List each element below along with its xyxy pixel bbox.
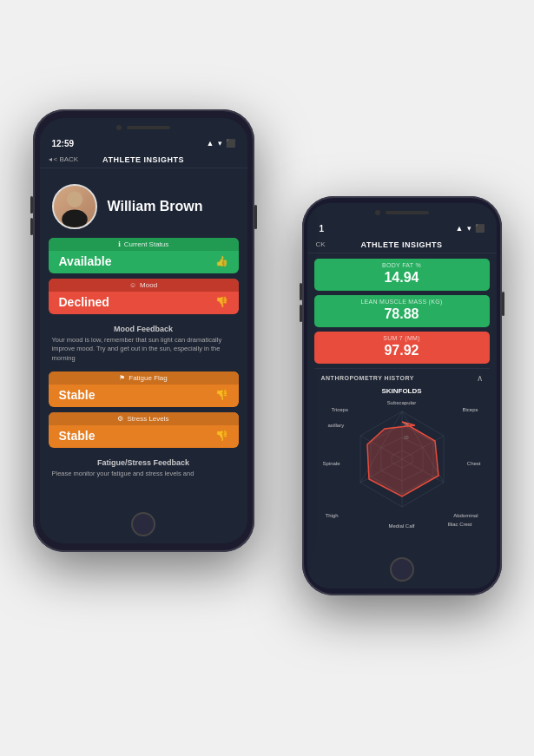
back-back-label: CK — [316, 240, 326, 248]
phone-camera — [116, 125, 122, 130]
back-volume-down-button — [300, 305, 302, 322]
back-nav-bar: CK ATHLETE INSIGHTS — [307, 237, 497, 253]
phone-top-bar — [40, 118, 247, 134]
thumbs-up-icon: 👍 — [215, 255, 228, 267]
fatigue-card: ⚑ Fatigue Flag Stable 👎 — [49, 371, 239, 407]
volume-up-button — [30, 196, 33, 214]
phone-front-screen: 12:59 ▲ ▾ ⬛ ◂ < BACK ATHLETE INSIGHTS — [40, 118, 247, 543]
mood-header: ☺ Mood — [49, 279, 239, 292]
fatigue-value: Stable — [59, 388, 96, 402]
fatigue-header: ⚑ Fatigue Flag — [49, 371, 239, 385]
stress-label: Stress Levels — [127, 415, 168, 423]
body-fat-card: BODY FAT % 14.94 — [314, 259, 490, 291]
back-button[interactable]: ◂ < BACK — [49, 155, 79, 163]
current-status-value: Available — [59, 254, 112, 268]
sum7-card: SUM 7 (mm) 97.92 — [314, 332, 490, 364]
phone-front: 12:59 ▲ ▾ ⬛ ◂ < BACK ATHLETE INSIGHTS — [33, 109, 254, 552]
back-battery-icon: ⬛ — [475, 224, 485, 233]
sum7-value: 97.92 — [323, 343, 481, 358]
battery-icon: ⬛ — [226, 139, 235, 148]
mood-smiley-icon: ☺ — [129, 281, 136, 289]
phone-front-content: William Brown ℹ Current Status Available… — [40, 168, 247, 543]
stress-card: ⚙ Stress Levels Stable 👎 — [49, 412, 239, 448]
label-spinale: Spinale — [323, 461, 340, 466]
back-status-bar: 1 ▲ ▾ ⬛ — [307, 219, 497, 237]
fatigue-status-icon: 👎 — [215, 389, 228, 401]
lean-muscle-label: LEAN MUSCLE MASS (kg) — [323, 299, 481, 305]
skinfolds-section: SKINFOLDS — [314, 387, 490, 536]
mood-feedback-text: Your mood is low, remember that sun ligh… — [52, 336, 235, 364]
scene: 12:59 ▲ ▾ ⬛ ◂ < BACK ATHLETE INSIGHTS — [16, 23, 519, 734]
label-thigh: Thigh — [326, 513, 339, 518]
svg-point-1 — [62, 209, 88, 227]
back-phone-top-bar — [307, 203, 497, 219]
phone-speaker — [127, 126, 170, 129]
athlete-name: William Brown — [108, 199, 203, 214]
back-signal-icon: ▲ — [456, 224, 464, 233]
back-label: < BACK — [54, 155, 79, 163]
stress-value: Stable — [59, 429, 96, 443]
info-icon: ℹ — [118, 240, 121, 248]
phone-back: 1 ▲ ▾ ⬛ CK ATHLETE INSIGHTS BODY FAT % — [302, 196, 502, 595]
lean-muscle-card: LEAN MUSCLE MASS (kg) 78.88 — [314, 295, 490, 327]
stress-value-row: Stable 👎 — [49, 425, 239, 448]
nav-bar: ◂ < BACK ATHLETE INSIGHTS — [40, 152, 247, 168]
current-status-label: Current Status — [124, 240, 169, 248]
back-phone-camera — [375, 210, 380, 215]
stress-feedback-title: Fatigue/Stress Feedback — [52, 458, 235, 467]
mood-label: Mood — [140, 281, 157, 289]
signal-icon: ▲ — [207, 139, 214, 148]
back-home-button[interactable] — [390, 557, 414, 582]
mood-feedback-section: Mood Feedback Your mood is low, remember… — [49, 319, 239, 369]
stress-gear-icon: ⚙ — [117, 415, 123, 423]
skinfolds-title: SKINFOLDS — [321, 387, 483, 395]
back-phone-content: BODY FAT % 14.94 LEAN MUSCLE MASS (kg) 7… — [307, 253, 497, 536]
avatar-image — [54, 186, 96, 227]
label-chest: Chest — [467, 461, 481, 466]
label-abdominal: Abdominal — [453, 513, 478, 518]
mood-card: ☺ Mood Declined 👎 — [49, 279, 239, 314]
fatigue-label: Fatigue Flag — [129, 374, 167, 382]
label-subscapular: Subscapular — [387, 400, 416, 405]
profile-section: William Brown — [49, 177, 239, 238]
power-button — [254, 205, 257, 229]
label-axillary: axillary — [328, 423, 345, 428]
back-arrow-icon: ◂ — [49, 155, 52, 163]
current-status-value-row: Available 👍 — [49, 251, 239, 273]
svg-marker-11 — [367, 422, 438, 496]
fatigue-value-row: Stable 👎 — [49, 385, 239, 407]
svg-point-0 — [66, 191, 82, 207]
back-phone-speaker — [386, 211, 429, 214]
current-status-card: ℹ Current Status Available 👍 — [49, 238, 239, 273]
home-button[interactable] — [131, 512, 155, 536]
back-status-icons: ▲ ▾ ⬛ — [456, 224, 485, 233]
stress-feedback-section: Fatigue/Stress Feedback Please monitor y… — [49, 453, 239, 484]
svg-text:20: 20 — [404, 435, 409, 440]
anthropometry-toggle[interactable]: ∧ — [477, 373, 483, 383]
status-bar: 12:59 ▲ ▾ ⬛ — [40, 134, 247, 152]
current-status-header: ℹ Current Status — [49, 238, 239, 251]
phone-back-screen: 1 ▲ ▾ ⬛ CK ATHLETE INSIGHTS BODY FAT % — [307, 203, 497, 588]
anthropometry-section: ANTHROPOMETRY HISTORY ∧ SKINFOLDS — [314, 368, 490, 536]
body-fat-value: 14.94 — [323, 270, 481, 286]
back-page-title: ATHLETE INSIGHTS — [361, 240, 443, 249]
back-power-button — [502, 292, 504, 316]
svg-text:25: 25 — [404, 422, 409, 427]
stress-feedback-text: Please monitor your fatigue and stress l… — [52, 470, 235, 479]
radar-chart: 25 20 Subscapular Biceps Chest Abdominal… — [321, 398, 483, 529]
fatigue-flag-icon: ⚑ — [119, 374, 125, 382]
volume-down-button — [30, 218, 33, 235]
mood-value: Declined — [59, 295, 109, 309]
page-title: ATHLETE INSIGHTS — [102, 155, 184, 164]
mood-feedback-title: Mood Feedback — [52, 325, 235, 333]
back-back-button[interactable]: CK — [316, 240, 326, 248]
label-medial-calf: Medial Calf — [388, 523, 414, 529]
back-wifi-icon: ▾ — [467, 224, 471, 233]
status-icons: ▲ ▾ ⬛ — [207, 139, 235, 148]
lean-muscle-value: 78.88 — [323, 306, 481, 322]
body-fat-label: BODY FAT % — [323, 262, 481, 268]
back-status-time: 1 — [320, 224, 325, 233]
back-volume-up-button — [300, 283, 302, 300]
mood-value-row: Declined 👎 — [49, 292, 239, 314]
avatar — [52, 184, 97, 229]
